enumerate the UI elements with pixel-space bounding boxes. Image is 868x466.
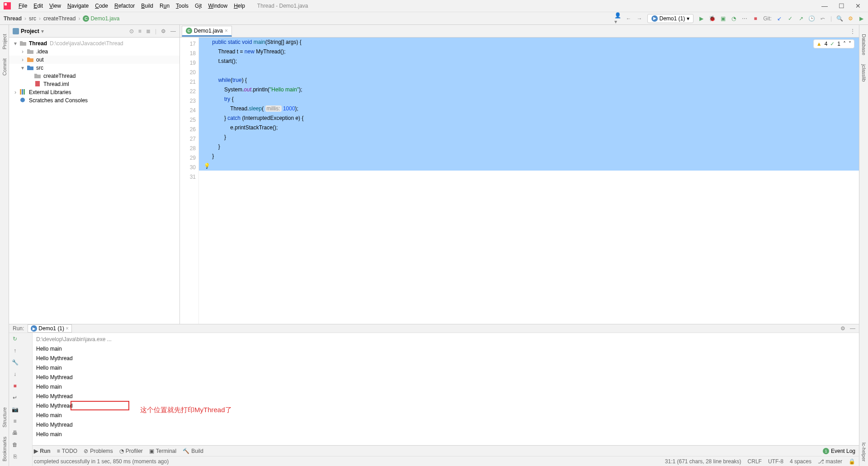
hide-icon[interactable]: — bbox=[170, 28, 176, 34]
settings-icon[interactable]: ⚙ bbox=[840, 325, 845, 332]
run-tool-window: Run: ▶ Demo1 (1) × ⚙ — ↻ ↑ 🔧 ↓ ■ bbox=[9, 324, 859, 445]
menu-navigate[interactable]: Navigate bbox=[64, 1, 92, 10]
maximize-button[interactable]: ☐ bbox=[839, 2, 844, 10]
hide-icon[interactable]: — bbox=[850, 325, 855, 332]
gutter[interactable]: 17▶1819202122232425262728293031 bbox=[180, 38, 199, 324]
collapse-all-icon[interactable]: ≣ bbox=[146, 28, 151, 34]
crumb-file[interactable]: CDemo1.java bbox=[83, 15, 119, 22]
package-icon bbox=[34, 73, 42, 79]
wrench-icon[interactable]: 🔧 bbox=[11, 358, 19, 366]
stop-icon[interactable]: ■ bbox=[11, 382, 19, 390]
settings-icon[interactable]: ⚙ bbox=[161, 28, 166, 34]
menu-window[interactable]: Window bbox=[205, 1, 231, 10]
scroll-icon[interactable]: ≡ bbox=[11, 417, 19, 425]
run-config-label: Demo1 (1) bbox=[660, 15, 685, 22]
debug-button[interactable]: 🐞 bbox=[709, 15, 715, 22]
git-revert-icon[interactable]: ⤺ bbox=[820, 15, 826, 22]
forward-icon[interactable]: → bbox=[637, 15, 643, 22]
trash-icon[interactable]: 🗑 bbox=[11, 441, 19, 449]
camera-icon[interactable]: 📷 bbox=[11, 405, 19, 414]
run-tab[interactable]: ▶ Demo1 (1) × bbox=[28, 324, 72, 333]
menu-run[interactable]: Run bbox=[156, 1, 173, 10]
stop-button[interactable]: ■ bbox=[752, 15, 759, 22]
tool-project[interactable]: Project bbox=[2, 34, 7, 49]
tabs-more-icon[interactable]: ⋮ bbox=[850, 28, 859, 34]
soft-wrap-icon[interactable]: ↵ bbox=[11, 394, 19, 402]
menu-git[interactable]: Git bbox=[192, 1, 205, 10]
chevron-down-icon: ▾ bbox=[687, 15, 689, 22]
weak-warning-icon: ✓ bbox=[830, 41, 835, 47]
chevron-up-icon[interactable]: ˄ bbox=[843, 41, 846, 47]
close-tab-icon[interactable]: × bbox=[225, 28, 228, 34]
search-icon[interactable]: 🔍 bbox=[836, 15, 843, 22]
menu-build[interactable]: Build bbox=[138, 1, 156, 10]
project-panel-title[interactable]: Project bbox=[21, 28, 39, 34]
tree-item[interactable]: .idea bbox=[36, 48, 48, 55]
expand-all-icon[interactable]: ≡ bbox=[138, 28, 142, 34]
svg-rect-2 bbox=[13, 28, 19, 34]
git-update-icon[interactable]: ↙ bbox=[776, 15, 783, 22]
close-tab-icon[interactable]: × bbox=[66, 325, 69, 332]
tree-item[interactable]: createThread bbox=[43, 73, 75, 79]
back-icon[interactable]: ← bbox=[626, 15, 632, 22]
rerun-icon[interactable]: ↻ bbox=[11, 335, 19, 343]
chevron-right-icon: › bbox=[78, 15, 80, 22]
right-tool-stripe: Database jclasslib lc-helper bbox=[859, 25, 868, 466]
tool-database[interactable]: Database bbox=[861, 34, 867, 55]
navigation-toolbar: Thread › src › createThread › CDemo1.jav… bbox=[0, 12, 868, 25]
project-tool-window: Project ▾ ⊙ ≡ ≣ | ⚙ — ▾ThreadD:\code\jav… bbox=[9, 25, 180, 324]
select-opened-icon[interactable]: ⊙ bbox=[129, 28, 134, 34]
crumb-src[interactable]: src bbox=[29, 15, 36, 22]
chevron-down-icon[interactable]: ˅ bbox=[849, 41, 851, 47]
up-icon[interactable]: ↑ bbox=[11, 347, 19, 355]
add-user-icon[interactable]: 👤▾ bbox=[615, 15, 621, 22]
tree-item[interactable]: out bbox=[36, 57, 44, 63]
menu-view[interactable]: View bbox=[46, 1, 64, 10]
play-icon[interactable]: ▶ bbox=[858, 15, 864, 22]
chevron-down-icon[interactable]: ▾ bbox=[41, 28, 44, 34]
tree-item[interactable]: Thread.iml bbox=[43, 81, 69, 87]
menu-file[interactable]: File bbox=[15, 1, 30, 10]
tool-commit[interactable]: Commit bbox=[2, 58, 7, 76]
menu-refactor[interactable]: Refactor bbox=[111, 1, 138, 10]
ide-updates-icon[interactable]: ⚙ bbox=[847, 15, 854, 22]
crumb-package[interactable]: createThread bbox=[43, 15, 75, 22]
git-push-icon[interactable]: ↗ bbox=[798, 15, 804, 22]
tree-root[interactable]: Thread bbox=[29, 40, 47, 47]
run-button[interactable]: ▶ bbox=[698, 15, 704, 22]
menu-tools[interactable]: Tools bbox=[173, 1, 192, 10]
menu-edit[interactable]: Edit bbox=[30, 1, 46, 10]
coverage-button[interactable]: ▣ bbox=[720, 15, 726, 22]
tool-structure[interactable]: Structure bbox=[2, 407, 7, 428]
svg-rect-1 bbox=[5, 3, 7, 5]
profile-button[interactable]: ◔ bbox=[731, 15, 737, 22]
svg-rect-4 bbox=[20, 89, 21, 95]
crumb-project[interactable]: Thread bbox=[4, 15, 22, 22]
console-output[interactable]: D:\develop\Java\bin\java.exe ...Hello ma… bbox=[33, 333, 859, 466]
menu-help[interactable]: Help bbox=[231, 1, 248, 10]
down-icon[interactable]: ↓ bbox=[11, 370, 19, 378]
tree-item[interactable]: Scratches and Consoles bbox=[29, 97, 88, 104]
print-icon[interactable]: 🖶 bbox=[11, 429, 19, 437]
editor-tab[interactable]: C Demo1.java × bbox=[182, 26, 232, 37]
iml-file-icon bbox=[34, 81, 42, 87]
tool-lc-helper[interactable]: lc-helper bbox=[861, 442, 867, 461]
layout-icon[interactable]: ▥ bbox=[11, 464, 19, 466]
close-button[interactable]: ✕ bbox=[855, 2, 861, 10]
git-history-icon[interactable]: 🕒 bbox=[809, 15, 815, 22]
chevron-right-icon: › bbox=[24, 15, 26, 22]
tree-item[interactable]: External Libraries bbox=[29, 89, 71, 95]
inspection-widget[interactable]: ▲4 ✓1 ˄˅ bbox=[813, 39, 854, 48]
exit-icon[interactable]: ⎘ bbox=[11, 452, 19, 461]
tool-bookmarks[interactable]: Bookmarks bbox=[2, 437, 7, 461]
tree-item[interactable]: src bbox=[36, 65, 43, 71]
attach-icon[interactable]: ⋯ bbox=[741, 15, 748, 22]
git-commit-icon[interactable]: ✓ bbox=[787, 15, 793, 22]
code-editor[interactable]: ▲4 ✓1 ˄˅ public static void main(String[… bbox=[199, 38, 859, 324]
run-config-icon: ▶ bbox=[651, 15, 658, 22]
menu-code[interactable]: Code bbox=[92, 1, 111, 10]
minimize-button[interactable]: — bbox=[821, 2, 828, 10]
run-config-dropdown[interactable]: ▶ Demo1 (1) ▾ bbox=[647, 14, 694, 23]
tool-jclasslib[interactable]: jclasslib bbox=[861, 64, 867, 82]
project-tree[interactable]: ▾ThreadD:\code\java\Javacode\Thread ›.id… bbox=[9, 38, 179, 106]
